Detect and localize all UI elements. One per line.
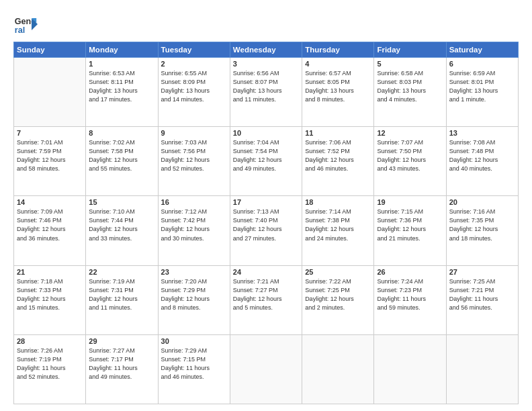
header: Gene ral bbox=[13, 12, 519, 36]
calendar-cell: 7Sunrise: 7:01 AM Sunset: 7:59 PM Daylig… bbox=[14, 127, 86, 196]
day-info: Sunrise: 6:55 AM Sunset: 8:09 PM Dayligh… bbox=[161, 69, 227, 104]
calendar-cell: 12Sunrise: 7:07 AM Sunset: 7:50 PM Dayli… bbox=[374, 127, 446, 196]
calendar-cell: 24Sunrise: 7:21 AM Sunset: 7:27 PM Dayli… bbox=[230, 265, 302, 334]
day-number: 12 bbox=[377, 129, 443, 137]
calendar-week-1: 1Sunrise: 6:53 AM Sunset: 8:11 PM Daylig… bbox=[14, 58, 519, 127]
calendar-cell: 11Sunrise: 7:06 AM Sunset: 7:52 PM Dayli… bbox=[302, 127, 374, 196]
day-info: Sunrise: 7:29 AM Sunset: 7:15 PM Dayligh… bbox=[161, 347, 227, 381]
day-info: Sunrise: 7:06 AM Sunset: 7:52 PM Dayligh… bbox=[305, 138, 371, 173]
calendar-cell: 4Sunrise: 6:57 AM Sunset: 8:05 PM Daylig… bbox=[302, 58, 374, 127]
calendar-cell: 6Sunrise: 6:59 AM Sunset: 8:01 PM Daylig… bbox=[446, 58, 518, 127]
day-number: 30 bbox=[161, 337, 227, 345]
calendar-cell: 10Sunrise: 7:04 AM Sunset: 7:54 PM Dayli… bbox=[230, 127, 302, 196]
calendar-cell: 16Sunrise: 7:12 AM Sunset: 7:42 PM Dayli… bbox=[158, 196, 230, 265]
day-number: 6 bbox=[449, 60, 515, 68]
calendar-header-sunday: Sunday bbox=[14, 42, 86, 58]
day-number: 26 bbox=[377, 268, 443, 276]
day-info: Sunrise: 7:27 AM Sunset: 7:17 PM Dayligh… bbox=[89, 347, 154, 381]
calendar-cell: 18Sunrise: 7:14 AM Sunset: 7:38 PM Dayli… bbox=[302, 196, 374, 265]
day-number: 9 bbox=[161, 129, 227, 137]
day-info: Sunrise: 7:16 AM Sunset: 7:35 PM Dayligh… bbox=[449, 208, 515, 242]
calendar-cell: 21Sunrise: 7:18 AM Sunset: 7:33 PM Dayli… bbox=[14, 265, 86, 334]
calendar-cell: 22Sunrise: 7:19 AM Sunset: 7:31 PM Dayli… bbox=[86, 265, 158, 334]
day-number: 28 bbox=[17, 337, 83, 345]
day-number: 14 bbox=[17, 198, 83, 206]
logo: Gene ral bbox=[13, 12, 40, 36]
day-info: Sunrise: 7:10 AM Sunset: 7:44 PM Dayligh… bbox=[89, 208, 154, 242]
day-number: 4 bbox=[305, 60, 371, 68]
day-number: 2 bbox=[161, 60, 227, 68]
calendar-cell bbox=[446, 334, 518, 404]
calendar-cell: 20Sunrise: 7:16 AM Sunset: 7:35 PM Dayli… bbox=[446, 196, 518, 265]
day-info: Sunrise: 7:15 AM Sunset: 7:36 PM Dayligh… bbox=[377, 208, 443, 242]
calendar-cell bbox=[14, 58, 86, 127]
day-number: 18 bbox=[305, 198, 371, 206]
day-info: Sunrise: 6:53 AM Sunset: 8:11 PM Dayligh… bbox=[89, 69, 154, 104]
calendar-week-2: 7Sunrise: 7:01 AM Sunset: 7:59 PM Daylig… bbox=[14, 127, 519, 196]
day-info: Sunrise: 7:04 AM Sunset: 7:54 PM Dayligh… bbox=[233, 138, 299, 173]
calendar-header-saturday: Saturday bbox=[446, 42, 518, 58]
calendar-cell: 17Sunrise: 7:13 AM Sunset: 7:40 PM Dayli… bbox=[230, 196, 302, 265]
calendar-header-tuesday: Tuesday bbox=[158, 42, 230, 58]
day-info: Sunrise: 7:09 AM Sunset: 7:46 PM Dayligh… bbox=[17, 208, 83, 242]
day-number: 1 bbox=[89, 60, 154, 68]
calendar-table: SundayMondayTuesdayWednesdayThursdayFrid… bbox=[13, 42, 519, 404]
day-info: Sunrise: 7:19 AM Sunset: 7:31 PM Dayligh… bbox=[89, 277, 154, 312]
day-info: Sunrise: 7:02 AM Sunset: 7:58 PM Dayligh… bbox=[89, 138, 154, 173]
day-number: 25 bbox=[305, 268, 371, 276]
day-info: Sunrise: 6:57 AM Sunset: 8:05 PM Dayligh… bbox=[305, 69, 371, 104]
calendar-cell: 19Sunrise: 7:15 AM Sunset: 7:36 PM Dayli… bbox=[374, 196, 446, 265]
calendar-cell: 27Sunrise: 7:25 AM Sunset: 7:21 PM Dayli… bbox=[446, 265, 518, 334]
day-info: Sunrise: 7:12 AM Sunset: 7:42 PM Dayligh… bbox=[161, 208, 227, 242]
day-number: 7 bbox=[17, 129, 83, 137]
calendar-cell bbox=[230, 334, 302, 404]
day-info: Sunrise: 6:59 AM Sunset: 8:01 PM Dayligh… bbox=[449, 69, 515, 104]
calendar-cell: 25Sunrise: 7:22 AM Sunset: 7:25 PM Dayli… bbox=[302, 265, 374, 334]
day-info: Sunrise: 7:07 AM Sunset: 7:50 PM Dayligh… bbox=[377, 138, 443, 173]
day-info: Sunrise: 7:14 AM Sunset: 7:38 PM Dayligh… bbox=[305, 208, 371, 242]
day-number: 20 bbox=[449, 198, 515, 206]
day-info: Sunrise: 7:18 AM Sunset: 7:33 PM Dayligh… bbox=[17, 277, 83, 312]
calendar-cell: 8Sunrise: 7:02 AM Sunset: 7:58 PM Daylig… bbox=[86, 127, 158, 196]
calendar-cell: 30Sunrise: 7:29 AM Sunset: 7:15 PM Dayli… bbox=[158, 334, 230, 404]
day-info: Sunrise: 7:01 AM Sunset: 7:59 PM Dayligh… bbox=[17, 138, 83, 173]
calendar-cell: 13Sunrise: 7:08 AM Sunset: 7:48 PM Dayli… bbox=[446, 127, 518, 196]
calendar-week-4: 21Sunrise: 7:18 AM Sunset: 7:33 PM Dayli… bbox=[14, 265, 519, 334]
day-number: 27 bbox=[449, 268, 515, 276]
day-number: 21 bbox=[17, 268, 83, 276]
day-info: Sunrise: 6:58 AM Sunset: 8:03 PM Dayligh… bbox=[377, 69, 443, 104]
day-info: Sunrise: 7:03 AM Sunset: 7:56 PM Dayligh… bbox=[161, 138, 227, 173]
day-number: 17 bbox=[233, 198, 299, 206]
calendar-cell: 9Sunrise: 7:03 AM Sunset: 7:56 PM Daylig… bbox=[158, 127, 230, 196]
day-number: 19 bbox=[377, 198, 443, 206]
calendar-header-row: SundayMondayTuesdayWednesdayThursdayFrid… bbox=[14, 42, 519, 58]
day-number: 22 bbox=[89, 268, 154, 276]
calendar-cell: 14Sunrise: 7:09 AM Sunset: 7:46 PM Dayli… bbox=[14, 196, 86, 265]
day-info: Sunrise: 7:24 AM Sunset: 7:23 PM Dayligh… bbox=[377, 277, 443, 312]
day-number: 13 bbox=[449, 129, 515, 137]
calendar-cell: 28Sunrise: 7:26 AM Sunset: 7:19 PM Dayli… bbox=[14, 334, 86, 404]
svg-text:ral: ral bbox=[15, 26, 25, 35]
day-number: 16 bbox=[161, 198, 227, 206]
calendar-cell: 2Sunrise: 6:55 AM Sunset: 8:09 PM Daylig… bbox=[158, 58, 230, 127]
calendar-cell: 1Sunrise: 6:53 AM Sunset: 8:11 PM Daylig… bbox=[86, 58, 158, 127]
calendar-cell: 3Sunrise: 6:56 AM Sunset: 8:07 PM Daylig… bbox=[230, 58, 302, 127]
calendar-cell bbox=[302, 334, 374, 404]
day-number: 3 bbox=[233, 60, 299, 68]
calendar-cell: 23Sunrise: 7:20 AM Sunset: 7:29 PM Dayli… bbox=[158, 265, 230, 334]
logo-icon: Gene ral bbox=[13, 12, 38, 36]
calendar-cell: 29Sunrise: 7:27 AM Sunset: 7:17 PM Dayli… bbox=[86, 334, 158, 404]
calendar-cell bbox=[374, 334, 446, 404]
calendar-week-5: 28Sunrise: 7:26 AM Sunset: 7:19 PM Dayli… bbox=[14, 334, 519, 404]
day-number: 10 bbox=[233, 129, 299, 137]
day-number: 11 bbox=[305, 129, 371, 137]
day-number: 8 bbox=[89, 129, 154, 137]
day-info: Sunrise: 6:56 AM Sunset: 8:07 PM Dayligh… bbox=[233, 69, 299, 104]
calendar-cell: 26Sunrise: 7:24 AM Sunset: 7:23 PM Dayli… bbox=[374, 265, 446, 334]
day-number: 24 bbox=[233, 268, 299, 276]
calendar-header-monday: Monday bbox=[86, 42, 158, 58]
day-info: Sunrise: 7:21 AM Sunset: 7:27 PM Dayligh… bbox=[233, 277, 299, 312]
calendar-week-3: 14Sunrise: 7:09 AM Sunset: 7:46 PM Dayli… bbox=[14, 196, 519, 265]
day-number: 23 bbox=[161, 268, 227, 276]
day-number: 29 bbox=[89, 337, 154, 345]
